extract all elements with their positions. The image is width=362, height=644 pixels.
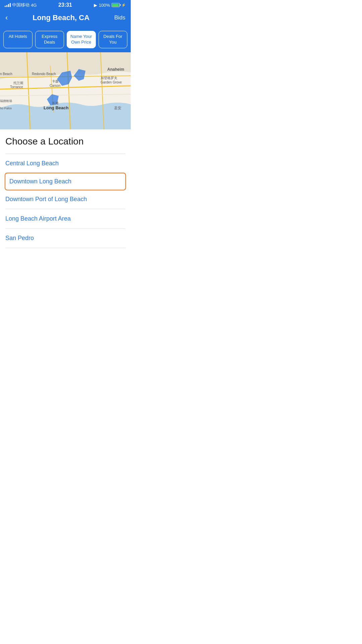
carrier-text: 中国移动 xyxy=(12,2,29,8)
bids-button[interactable]: Bids xyxy=(114,14,125,21)
location-link-central[interactable]: Central Long Beach xyxy=(5,160,59,167)
svg-text:Long Beach: Long Beach xyxy=(44,105,68,110)
svg-text:长滩: 长滩 xyxy=(52,101,59,105)
svg-text:Carson: Carson xyxy=(50,84,60,87)
list-item[interactable]: Long Beach Airport Area xyxy=(5,209,125,229)
filter-tabs: All Hotels Express Deals Name Your Own P… xyxy=(0,27,131,52)
status-left: 中国移动 4G xyxy=(5,2,37,8)
location-link-downtown-port[interactable]: Downtown Port of Long Beach xyxy=(5,196,87,202)
svg-text:Garden Grove: Garden Grove xyxy=(101,80,122,84)
location-link-downtown[interactable]: Downtown Long Beach xyxy=(9,178,71,185)
map-view[interactable]: 托兰斯 Torrance 卡森 Carson 加登格罗夫 Garden Grov… xyxy=(0,52,131,129)
tab-deals-for-you[interactable]: Deals For You xyxy=(99,31,128,48)
location-link-airport[interactable]: Long Beach Airport Area xyxy=(5,215,71,222)
battery-icon xyxy=(112,3,120,7)
list-item[interactable]: Downtown Port of Long Beach xyxy=(5,190,125,209)
location-icon: ▶ xyxy=(94,3,97,8)
list-item[interactable]: San Pedro xyxy=(5,229,125,248)
svg-text:福德牧场: 福德牧场 xyxy=(0,99,12,103)
svg-text:卡森: 卡森 xyxy=(52,79,59,83)
svg-text:n Beach: n Beach xyxy=(0,72,12,76)
svg-text:圣安: 圣安 xyxy=(114,106,121,110)
tab-name-your-own-price[interactable]: Name Your Own Price xyxy=(67,31,96,48)
svg-text:加登格罗夫: 加登格罗夫 xyxy=(101,76,117,80)
header: ‹ Long Beach, CA Bids xyxy=(0,9,131,27)
list-item[interactable]: Downtown Long Beach xyxy=(5,173,126,190)
status-bar: 中国移动 4G 23:31 ▶ 100% ⚡ xyxy=(0,0,131,9)
status-time: 23:31 xyxy=(58,2,72,8)
network-type: 4G xyxy=(31,3,37,8)
svg-text:Torrance: Torrance xyxy=(10,85,23,89)
status-right: ▶ 100% ⚡ xyxy=(94,3,126,8)
location-link-san-pedro[interactable]: San Pedro xyxy=(5,235,34,241)
location-list: Central Long Beach Downtown Long Beach D… xyxy=(5,154,125,248)
tab-express-deals[interactable]: Express Deals xyxy=(35,31,64,48)
section-title: Choose a Location xyxy=(5,136,125,147)
svg-text:Anaheim: Anaheim xyxy=(107,67,124,72)
svg-text:Redondo Beach: Redondo Beach xyxy=(32,72,56,76)
content-area: Choose a Location Central Long Beach Dow… xyxy=(0,129,131,248)
tab-all-hotels[interactable]: All Hotels xyxy=(3,31,33,48)
charging-icon: ⚡ xyxy=(121,3,126,7)
svg-text:托兰斯: 托兰斯 xyxy=(13,81,23,85)
battery-percent: 100% xyxy=(99,3,110,8)
svg-text:ho Palos: ho Palos xyxy=(0,107,12,110)
back-button[interactable]: ‹ xyxy=(5,13,8,22)
signal-icon xyxy=(5,3,11,7)
list-item[interactable]: Central Long Beach xyxy=(5,154,125,173)
page-title: Long Beach, CA xyxy=(33,13,89,22)
